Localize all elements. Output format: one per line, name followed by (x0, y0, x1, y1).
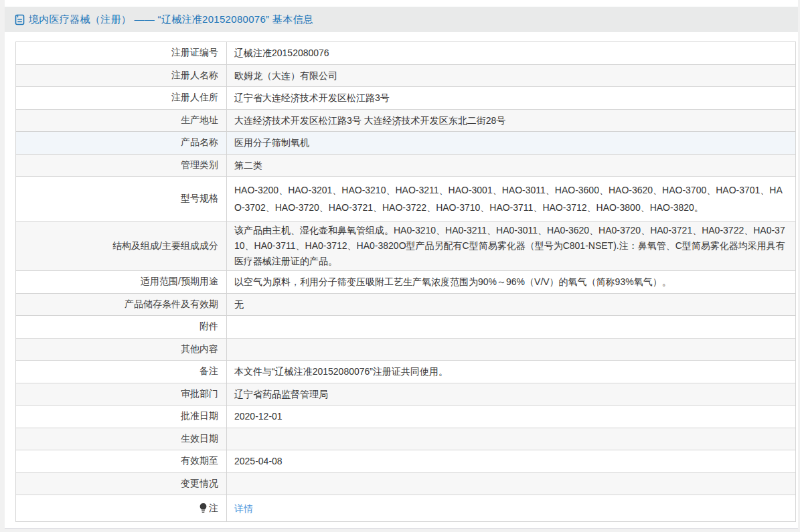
row-label-text: 备注 (199, 365, 218, 376)
row-label-text: 适用范围/预期用途 (141, 276, 218, 286)
row-label-text: 其他内容 (181, 343, 218, 354)
row-value (227, 428, 796, 450)
row-label-text: 注册证编号 (171, 47, 218, 58)
row-value (227, 338, 796, 361)
row-value: 辽宁省药品监督管理局 (227, 383, 796, 406)
table-row: 注册证编号辽械注准20152080076 (16, 42, 796, 65)
row-label-text: 变更情况 (181, 478, 218, 489)
row-label: 注册人住所 (16, 87, 227, 110)
table-row: 注册人住所辽宁省大连经济技术开发区松江路3号 (16, 87, 796, 110)
row-value (227, 316, 796, 339)
row-label-text: 批准日期 (181, 410, 218, 421)
row-value: 大连经济技术开发区松江路3号 大连经济技术开发区东北二街28号 (227, 109, 796, 132)
table-row: 注详情 (16, 495, 796, 522)
row-value: 辽械注准20152080076 (227, 42, 796, 65)
row-label: 有效期至 (16, 450, 227, 473)
row-label-text: 注册人住所 (171, 92, 218, 102)
row-label: 审批部门 (16, 383, 227, 406)
table-row: 生效日期 (16, 428, 796, 450)
row-value: HAO-3200、HAO-3201、HAO-3210、HAO-3211、HAO-… (227, 177, 796, 221)
table-row: 产品储存条件及有效期无 (16, 293, 796, 316)
row-value: 辽宁省大连经济技术开发区松江路3号 (227, 87, 796, 110)
page-header: 境内医疗器械（注册） —— “辽械注准20152080076” 基本信息 (5, 7, 798, 32)
table-row: 其他内容 (16, 338, 796, 361)
row-label: 批准日期 (16, 406, 227, 428)
document-icon (15, 14, 25, 25)
row-value: 第二类 (227, 154, 796, 177)
row-label: 注册人名称 (16, 64, 227, 87)
row-value: 该产品由主机、湿化壶和鼻氧管组成。HA0-3210、HA0-3211、HA0-3… (227, 221, 796, 271)
row-label-text: 审批部门 (181, 388, 218, 399)
row-label: 产品名称 (16, 132, 227, 155)
row-value: 详情 (227, 495, 796, 522)
row-value: 本文件与“辽械注准20152080076”注册证共同使用。 (227, 361, 796, 383)
content-panel: 境内医疗器械（注册） —— “辽械注准20152080076” 基本信息 注册证… (5, 0, 798, 529)
table-row: 注册人名称欧姆龙（大连）有限公司 (16, 64, 796, 87)
row-label: 生产地址 (16, 109, 227, 132)
row-label-text: 注 (209, 503, 218, 513)
row-value: 2025-04-08 (227, 450, 796, 473)
table-row: 适用范围/预期用途以空气为原料，利用分子筛变压吸附工艺生产氧浓度范围为90%～9… (16, 271, 796, 294)
row-label-text: 注册人名称 (171, 70, 218, 80)
row-label: 注册证编号 (16, 42, 227, 65)
table-row: 型号规格HAO-3200、HAO-3201、HAO-3210、HAO-3211、… (16, 177, 796, 221)
row-label-text: 型号规格 (181, 193, 218, 203)
row-label: 管理类别 (16, 154, 227, 177)
info-table-body: 注册证编号辽械注准20152080076注册人名称欧姆龙（大连）有限公司注册人住… (16, 42, 796, 522)
row-label-text: 结构及组成/主要组成成分 (112, 240, 218, 251)
row-label-text: 管理类别 (181, 159, 218, 170)
row-label-text: 生产地址 (181, 114, 218, 125)
row-label: 注 (16, 495, 227, 522)
bulb-icon (199, 503, 207, 515)
table-row: 生产地址大连经济技术开发区松江路3号 大连经济技术开发区东北二街28号 (16, 109, 796, 132)
registration-info-table: 注册证编号辽械注准20152080076注册人名称欧姆龙（大连）有限公司注册人住… (15, 41, 796, 522)
page-title: 境内医疗器械（注册） —— “辽械注准20152080076” 基本信息 (29, 13, 313, 26)
row-label: 适用范围/预期用途 (16, 271, 227, 294)
table-row: 结构及组成/主要组成成分该产品由主机、湿化壶和鼻氧管组成。HA0-3210、HA… (16, 221, 796, 271)
table-row: 备注本文件与“辽械注准20152080076”注册证共同使用。 (16, 361, 796, 383)
row-label: 附件 (16, 316, 227, 339)
row-label-text: 产品名称 (181, 137, 218, 147)
table-row: 产品名称医用分子筛制氧机 (16, 132, 796, 155)
row-value (227, 472, 796, 495)
row-label: 变更情况 (16, 472, 227, 495)
row-label: 结构及组成/主要组成成分 (16, 221, 227, 271)
row-label: 备注 (16, 361, 227, 383)
row-value: 2020-12-01 (227, 406, 796, 428)
row-label-text: 附件 (199, 321, 218, 331)
row-label-text: 生效日期 (181, 433, 218, 444)
row-value: 无 (227, 293, 796, 316)
row-value: 医用分子筛制氧机 (227, 132, 796, 155)
row-label-text: 产品储存条件及有效期 (125, 298, 218, 309)
row-label-text: 有效期至 (181, 455, 218, 466)
row-label: 型号规格 (16, 177, 227, 221)
row-label: 产品储存条件及有效期 (16, 293, 227, 316)
row-label: 生效日期 (16, 428, 227, 450)
table-row: 批准日期2020-12-01 (16, 406, 796, 428)
row-value: 欧姆龙（大连）有限公司 (227, 64, 796, 87)
table-row: 审批部门辽宁省药品监督管理局 (16, 383, 796, 406)
table-row: 管理类别第二类 (16, 154, 796, 177)
row-label: 其他内容 (16, 338, 227, 361)
detail-link[interactable]: 详情 (234, 503, 253, 514)
table-row: 有效期至2025-04-08 (16, 450, 796, 473)
table-row: 附件 (16, 316, 796, 339)
row-value: 以空气为原料，利用分子筛变压吸附工艺生产氧浓度范围为90%～96%（V/V）的氧… (227, 271, 796, 294)
table-row: 变更情况 (16, 472, 796, 495)
